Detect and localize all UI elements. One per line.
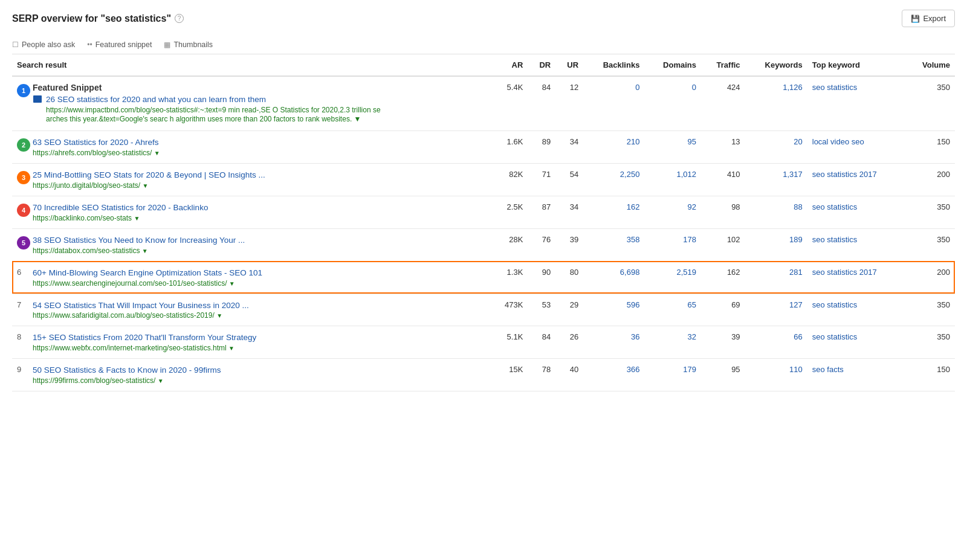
col-dr: DR (528, 54, 555, 76)
cell-top-keyword-1[interactable]: seo statistics (807, 76, 905, 131)
cell-traffic-4: 98 (701, 196, 745, 228)
blue-value[interactable]: 66 (794, 332, 802, 341)
blue-value[interactable]: 6,698 (620, 268, 640, 277)
blue-value[interactable]: 1,126 (783, 83, 803, 92)
blue-value[interactable]: 179 (683, 365, 696, 374)
cell-top-keyword-5[interactable]: seo statistics (807, 228, 905, 261)
blue-value[interactable]: 2,519 (676, 268, 696, 277)
blue-value[interactable]: 189 (789, 235, 803, 244)
blue-value[interactable]: 32 (688, 332, 696, 341)
rank-number: 8 (17, 332, 30, 341)
cell-domains-7: 65 (644, 294, 701, 326)
serp-table: Search result AR DR UR Backlinks Domains… (12, 54, 955, 391)
blue-value[interactable]: 127 (789, 300, 803, 309)
result-content: 15+ SEO Statistics From 2020 That'll Tra… (33, 332, 486, 352)
cell-dr-5: 76 (528, 228, 555, 261)
blue-value[interactable]: 20 (794, 137, 802, 146)
result-title[interactable]: 15+ SEO Statistics From 2020 That'll Tra… (33, 332, 486, 344)
cell-top-keyword-7[interactable]: seo statistics (807, 294, 905, 326)
dropdown-arrow[interactable]: ▼ (154, 150, 160, 156)
rank-badge: 5 (17, 236, 30, 249)
blue-value[interactable]: 92 (688, 202, 696, 211)
blue-value[interactable]: 162 (627, 202, 640, 211)
cell-domains-3: 1,012 (644, 163, 701, 196)
result-title[interactable]: 70 Incredible SEO Statistics for 2020 - … (33, 202, 486, 214)
dropdown-arrow[interactable]: ▼ (216, 312, 222, 319)
result-content: 60+ Mind-Blowing Search Engine Optimizat… (33, 268, 486, 288)
cell-traffic-5: 102 (701, 228, 745, 261)
result-title[interactable]: 50 SEO Statistics & Facts to Know in 202… (33, 365, 486, 376)
blue-value[interactable]: 1,012 (676, 170, 696, 179)
cell-backlinks-5: 358 (583, 228, 644, 261)
result-cell-6: 6 60+ Mind-Blowing Search Engine Optimiz… (12, 261, 491, 294)
col-top-keyword: Top keyword (807, 54, 905, 76)
col-ar: AR (491, 54, 528, 76)
people-also-ask-label: People also ask (22, 40, 75, 49)
blue-value[interactable]: 2,250 (620, 170, 640, 179)
blue-value[interactable]: 358 (627, 235, 640, 244)
blue-value[interactable]: 110 (789, 365, 803, 374)
cell-ar-2: 1.6K (491, 131, 528, 164)
cell-top-keyword-8[interactable]: seo statistics (807, 326, 905, 359)
cell-top-keyword-6[interactable]: seo statistics 2017 (807, 261, 905, 294)
result-title[interactable]: 38 SEO Statistics You Need to Know for I… (33, 235, 486, 246)
table-row: 3 25 Mind-Bottling SEO Stats for 2020 & … (12, 163, 955, 196)
help-icon[interactable]: ? (175, 14, 184, 23)
result-url: https://www.webfx.com/internet-marketing… (33, 344, 486, 352)
dropdown-arrow[interactable]: ▼ (228, 345, 234, 352)
blue-value[interactable]: 366 (627, 365, 640, 374)
result-title[interactable]: 63 SEO Statistics for 2020 - Ahrefs (33, 137, 486, 149)
blue-value[interactable]: 178 (683, 235, 696, 244)
dropdown-arrow[interactable]: ▼ (158, 378, 164, 384)
blue-value[interactable]: 596 (627, 300, 640, 309)
result-title[interactable]: 60+ Mind-Blowing Search Engine Optimizat… (33, 268, 486, 279)
dropdown-arrow[interactable]: ▼ (142, 248, 148, 254)
result-content: 70 Incredible SEO Statistics for 2020 - … (33, 202, 486, 222)
result-cell-5: 5 38 SEO Statistics You Need to Know for… (12, 228, 491, 261)
blue-value[interactable]: 36 (631, 332, 639, 341)
dropdown-arrow[interactable]: ▼ (134, 215, 140, 222)
result-title[interactable]: 54 SEO Statistics That Will Impact Your … (33, 300, 486, 312)
cell-ar-9: 15K (491, 359, 528, 391)
blue-value[interactable]: 1,317 (783, 170, 803, 179)
result-content: Featured Snippet 26 SEO statistics for 2… (33, 83, 486, 124)
page-title: SERP overview for "seo statistics" (12, 13, 171, 24)
filter-people-also-ask[interactable]: ☐ People also ask (12, 40, 75, 49)
title-row: SERP overview for "seo statistics" ? (12, 13, 184, 24)
rank-number: 7 (17, 300, 30, 309)
filter-bar: ☐ People also ask •• Featured snippet ▦ … (12, 36, 955, 54)
dropdown-arrow[interactable]: ▼ (229, 280, 235, 287)
cell-top-keyword-2[interactable]: local video seo (807, 131, 905, 164)
result-content: 25 Mind-Bottling SEO Stats for 2020 & Be… (33, 170, 486, 190)
blue-value[interactable]: 95 (688, 137, 696, 146)
cell-backlinks-3: 2,250 (583, 163, 644, 196)
cell-top-keyword-9[interactable]: seo facts (807, 359, 905, 391)
result-url: https://www.searchenginejournal.com/seo-… (33, 279, 486, 288)
rank-badge: 3 (17, 171, 30, 184)
dropdown-arrow[interactable]: ▼ (142, 182, 148, 189)
blue-value[interactable]: 65 (688, 300, 696, 309)
blue-value[interactable]: 0 (635, 83, 639, 92)
blue-value[interactable]: 88 (794, 202, 802, 211)
blue-value[interactable]: 281 (789, 268, 803, 277)
cell-top-keyword-4[interactable]: seo statistics (807, 196, 905, 228)
rank-number: 9 (17, 365, 30, 374)
filter-thumbnails[interactable]: ▦ Thumbnails (164, 40, 213, 49)
col-domains: Domains (644, 54, 701, 76)
result-title[interactable]: 26 SEO statistics for 2020 and what you … (46, 94, 384, 106)
result-cell-1: 1 Featured Snippet 26 SEO statistics for… (12, 76, 491, 131)
result-title[interactable]: 25 Mind-Bottling SEO Stats for 2020 & Be… (33, 170, 486, 181)
cell-dr-1: 84 (528, 76, 555, 131)
cell-top-keyword-3[interactable]: seo statistics 2017 (807, 163, 905, 196)
filter-featured-snippet[interactable]: •• Featured snippet (87, 40, 152, 49)
blue-value[interactable]: 210 (627, 137, 640, 146)
cell-ar-5: 28K (491, 228, 528, 261)
rank-number: 6 (17, 268, 30, 277)
cell-volume-5: 350 (905, 228, 955, 261)
result-content: 50 SEO Statistics & Facts to Know in 202… (33, 365, 486, 385)
cell-volume-3: 200 (905, 163, 955, 196)
export-button[interactable]: 💾 Export (902, 10, 955, 27)
cell-keywords-7: 127 (745, 294, 807, 326)
blue-value[interactable]: 0 (692, 83, 696, 92)
cell-backlinks-1: 0 (583, 76, 644, 131)
